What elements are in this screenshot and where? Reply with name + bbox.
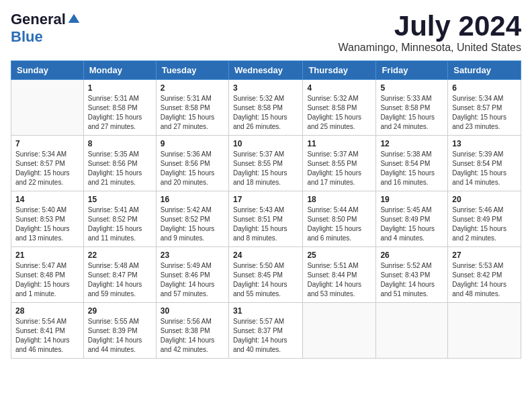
day-number: 9 — [161, 139, 224, 148]
calendar-header-friday: Friday — [376, 61, 448, 80]
day-number: 26 — [380, 250, 443, 260]
calendar-week-3: 14Sunrise: 5:40 AMSunset: 8:53 PMDayligh… — [11, 191, 521, 247]
calendar-cell — [448, 303, 521, 359]
calendar-cell: 16Sunrise: 5:42 AMSunset: 8:52 PMDayligh… — [156, 191, 228, 247]
day-info: Sunrise: 5:37 AMSunset: 8:55 PMDaylight:… — [307, 150, 371, 187]
day-number: 16 — [161, 195, 224, 204]
calendar-cell: 6Sunrise: 5:34 AMSunset: 8:57 PMDaylight… — [448, 80, 521, 136]
day-info: Sunrise: 5:47 AMSunset: 8:48 PMDaylight:… — [15, 261, 79, 299]
calendar-cell: 1Sunrise: 5:31 AMSunset: 8:58 PMDaylight… — [83, 80, 156, 136]
day-info: Sunrise: 5:56 AMSunset: 8:38 PMDaylight:… — [161, 317, 224, 355]
calendar-cell: 8Sunrise: 5:35 AMSunset: 8:56 PMDaylight… — [83, 136, 156, 191]
day-info: Sunrise: 5:34 AMSunset: 8:57 PMDaylight:… — [15, 150, 79, 187]
day-number: 15 — [88, 195, 152, 204]
day-number: 20 — [452, 195, 517, 204]
page-header: General Blue July 2024 Wanamingo, Minnes… — [11, 11, 521, 54]
calendar-header-thursday: Thursday — [303, 61, 376, 80]
calendar-cell: 28Sunrise: 5:54 AMSunset: 8:41 PMDayligh… — [11, 303, 84, 359]
calendar-cell: 7Sunrise: 5:34 AMSunset: 8:57 PMDaylight… — [11, 136, 84, 191]
calendar-cell — [303, 303, 376, 359]
day-info: Sunrise: 5:34 AMSunset: 8:57 PMDaylight:… — [452, 94, 517, 132]
day-info: Sunrise: 5:43 AMSunset: 8:51 PMDaylight:… — [233, 205, 298, 243]
day-info: Sunrise: 5:48 AMSunset: 8:47 PMDaylight:… — [88, 261, 152, 299]
day-info: Sunrise: 5:39 AMSunset: 8:54 PMDaylight:… — [452, 150, 517, 187]
day-number: 29 — [88, 306, 152, 316]
logo-general-text: General — [11, 11, 66, 28]
day-number: 25 — [307, 250, 371, 260]
calendar-cell: 31Sunrise: 5:57 AMSunset: 8:37 PMDayligh… — [228, 303, 302, 359]
calendar-cell: 29Sunrise: 5:55 AMSunset: 8:39 PMDayligh… — [83, 303, 156, 359]
calendar-cell: 5Sunrise: 5:33 AMSunset: 8:58 PMDaylight… — [376, 80, 448, 136]
day-number: 12 — [380, 139, 443, 148]
day-info: Sunrise: 5:35 AMSunset: 8:56 PMDaylight:… — [88, 150, 152, 187]
month-title: July 2024 — [339, 11, 521, 42]
calendar-header-tuesday: Tuesday — [156, 61, 228, 80]
calendar-cell: 14Sunrise: 5:40 AMSunset: 8:53 PMDayligh… — [11, 191, 84, 247]
calendar-table: SundayMondayTuesdayWednesdayThursdayFrid… — [11, 60, 521, 359]
calendar-header-row: SundayMondayTuesdayWednesdayThursdayFrid… — [11, 61, 521, 80]
day-number: 22 — [88, 250, 152, 260]
calendar-cell: 10Sunrise: 5:37 AMSunset: 8:55 PMDayligh… — [228, 136, 302, 191]
day-number: 4 — [307, 83, 371, 93]
calendar-cell: 20Sunrise: 5:46 AMSunset: 8:49 PMDayligh… — [448, 191, 521, 247]
calendar-cell: 4Sunrise: 5:32 AMSunset: 8:58 PMDaylight… — [303, 80, 376, 136]
day-number: 7 — [15, 139, 79, 148]
calendar-cell — [11, 80, 84, 136]
calendar-cell: 12Sunrise: 5:38 AMSunset: 8:54 PMDayligh… — [376, 136, 448, 191]
calendar-cell: 2Sunrise: 5:31 AMSunset: 8:58 PMDaylight… — [156, 80, 228, 136]
day-info: Sunrise: 5:45 AMSunset: 8:49 PMDaylight:… — [380, 205, 443, 243]
day-number: 14 — [15, 195, 79, 204]
day-number: 8 — [88, 139, 152, 148]
calendar-cell: 11Sunrise: 5:37 AMSunset: 8:55 PMDayligh… — [303, 136, 376, 191]
calendar-cell — [376, 303, 448, 359]
day-info: Sunrise: 5:57 AMSunset: 8:37 PMDaylight:… — [233, 317, 298, 355]
day-info: Sunrise: 5:46 AMSunset: 8:49 PMDaylight:… — [452, 205, 517, 243]
day-info: Sunrise: 5:42 AMSunset: 8:52 PMDaylight:… — [161, 205, 224, 243]
day-info: Sunrise: 5:33 AMSunset: 8:58 PMDaylight:… — [380, 94, 443, 132]
day-number: 27 — [452, 250, 517, 260]
calendar-cell: 24Sunrise: 5:50 AMSunset: 8:45 PMDayligh… — [228, 247, 302, 303]
day-number: 21 — [15, 250, 79, 260]
day-number: 17 — [233, 195, 298, 204]
day-number: 19 — [380, 195, 443, 204]
calendar-week-2: 7Sunrise: 5:34 AMSunset: 8:57 PMDaylight… — [11, 136, 521, 191]
day-number: 2 — [161, 83, 224, 93]
day-number: 10 — [233, 139, 298, 148]
day-info: Sunrise: 5:41 AMSunset: 8:52 PMDaylight:… — [88, 205, 152, 243]
calendar-header-monday: Monday — [83, 61, 156, 80]
calendar-week-5: 28Sunrise: 5:54 AMSunset: 8:41 PMDayligh… — [11, 303, 521, 359]
day-number: 3 — [233, 83, 298, 93]
calendar-cell: 21Sunrise: 5:47 AMSunset: 8:48 PMDayligh… — [11, 247, 84, 303]
calendar-header-sunday: Sunday — [11, 61, 84, 80]
day-number: 5 — [380, 83, 443, 93]
calendar-header-wednesday: Wednesday — [228, 61, 302, 80]
calendar-cell: 23Sunrise: 5:49 AMSunset: 8:46 PMDayligh… — [156, 247, 228, 303]
day-info: Sunrise: 5:38 AMSunset: 8:54 PMDaylight:… — [380, 150, 443, 187]
calendar-cell: 18Sunrise: 5:44 AMSunset: 8:50 PMDayligh… — [303, 191, 376, 247]
day-info: Sunrise: 5:49 AMSunset: 8:46 PMDaylight:… — [161, 261, 224, 299]
day-info: Sunrise: 5:44 AMSunset: 8:50 PMDaylight:… — [307, 205, 371, 243]
calendar-cell: 19Sunrise: 5:45 AMSunset: 8:49 PMDayligh… — [376, 191, 448, 247]
calendar-week-1: 1Sunrise: 5:31 AMSunset: 8:58 PMDaylight… — [11, 80, 521, 136]
calendar-cell: 9Sunrise: 5:36 AMSunset: 8:56 PMDaylight… — [156, 136, 228, 191]
logo-icon — [67, 13, 81, 26]
calendar-week-4: 21Sunrise: 5:47 AMSunset: 8:48 PMDayligh… — [11, 247, 521, 303]
day-info: Sunrise: 5:53 AMSunset: 8:42 PMDaylight:… — [452, 261, 517, 299]
svg-marker-0 — [69, 14, 80, 23]
calendar-cell: 3Sunrise: 5:32 AMSunset: 8:58 PMDaylight… — [228, 80, 302, 136]
day-number: 11 — [307, 139, 371, 148]
calendar-cell: 13Sunrise: 5:39 AMSunset: 8:54 PMDayligh… — [448, 136, 521, 191]
logo: General Blue — [11, 11, 81, 46]
calendar-cell: 26Sunrise: 5:52 AMSunset: 8:43 PMDayligh… — [376, 247, 448, 303]
day-number: 1 — [88, 83, 152, 93]
day-info: Sunrise: 5:31 AMSunset: 8:58 PMDaylight:… — [88, 94, 152, 132]
day-number: 23 — [161, 250, 224, 260]
day-number: 6 — [452, 83, 517, 93]
day-number: 28 — [15, 306, 79, 316]
calendar-cell: 30Sunrise: 5:56 AMSunset: 8:38 PMDayligh… — [156, 303, 228, 359]
day-info: Sunrise: 5:37 AMSunset: 8:55 PMDaylight:… — [233, 150, 298, 187]
day-info: Sunrise: 5:36 AMSunset: 8:56 PMDaylight:… — [161, 150, 224, 187]
day-info: Sunrise: 5:31 AMSunset: 8:58 PMDaylight:… — [161, 94, 224, 132]
day-info: Sunrise: 5:50 AMSunset: 8:45 PMDaylight:… — [233, 261, 298, 299]
calendar-header-saturday: Saturday — [448, 61, 521, 80]
